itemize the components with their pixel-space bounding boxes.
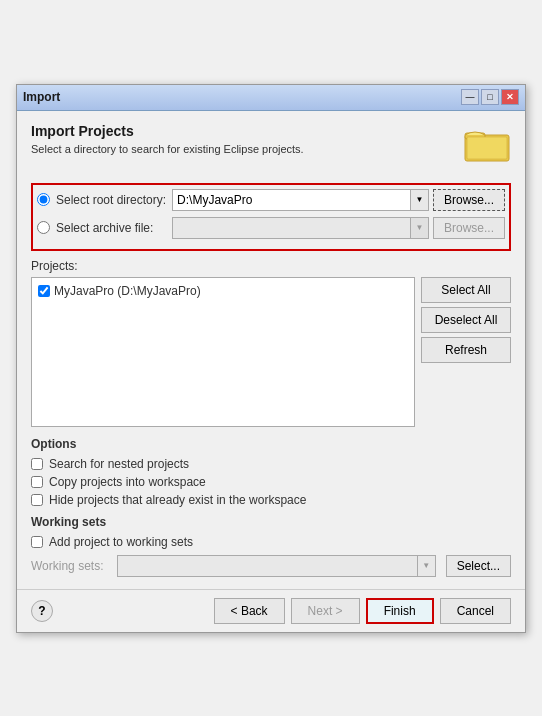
main-content: Import Projects Select a directory to se… (17, 111, 525, 589)
maximize-button[interactable]: □ (481, 89, 499, 105)
working-sets-input (117, 555, 418, 577)
select-all-button[interactable]: Select All (421, 277, 511, 303)
archive-file-input-area: ▼ Browse... (172, 217, 505, 239)
archive-file-label: Select archive file: (56, 221, 166, 235)
root-directory-label: Select root directory: (56, 193, 166, 207)
hide-projects-checkbox[interactable] (31, 494, 43, 506)
close-button[interactable]: ✕ (501, 89, 519, 105)
page-title: Import Projects (31, 123, 463, 139)
nested-projects-label: Search for nested projects (49, 457, 189, 471)
table-row: MyJavaPro (D:\MyJavaPro) (36, 282, 410, 300)
window-controls: — □ ✕ (461, 89, 519, 105)
back-button[interactable]: < Back (214, 598, 285, 624)
footer-right: < Back Next > Finish Cancel (214, 598, 511, 624)
help-button[interactable]: ? (31, 600, 53, 622)
deselect-all-button[interactable]: Deselect All (421, 307, 511, 333)
copy-projects-label: Copy projects into workspace (49, 475, 206, 489)
working-sets-title: Working sets (31, 515, 511, 529)
root-directory-browse-button[interactable]: Browse... (433, 189, 505, 211)
archive-file-row: Select archive file: ▼ Browse... (37, 217, 505, 239)
projects-list[interactable]: MyJavaPro (D:\MyJavaPro) (31, 277, 415, 427)
options-checkboxes: Search for nested projects Copy projects… (31, 457, 511, 507)
import-window: Import — □ ✕ Import Projects Select a di… (16, 84, 526, 633)
root-directory-input[interactable] (172, 189, 411, 211)
hide-projects-label: Hide projects that already exist in the … (49, 493, 306, 507)
options-title: Options (31, 437, 511, 451)
working-sets-input-area: ▼ (117, 555, 436, 577)
nested-projects-row: Search for nested projects (31, 457, 511, 471)
project-name: MyJavaPro (D:\MyJavaPro) (54, 284, 201, 298)
nested-projects-checkbox[interactable] (31, 458, 43, 470)
root-directory-radio[interactable] (37, 193, 50, 206)
cancel-button[interactable]: Cancel (440, 598, 511, 624)
working-sets-input-row: Working sets: ▼ Select... (31, 555, 511, 577)
archive-file-radio[interactable] (37, 221, 50, 234)
projects-label: Projects: (31, 259, 511, 273)
root-directory-dropdown[interactable]: ▼ (411, 189, 429, 211)
projects-buttons: Select All Deselect All Refresh (421, 277, 511, 427)
working-sets-select-button[interactable]: Select... (446, 555, 511, 577)
archive-file-input[interactable] (172, 217, 411, 239)
title-bar: Import — □ ✕ (17, 85, 525, 111)
add-working-sets-checkbox[interactable] (31, 536, 43, 548)
working-sets-label: Working sets: (31, 559, 111, 573)
highlight-browse-area: Select root directory: ▼ Browse... Selec… (31, 183, 511, 251)
page-description: Select a directory to search for existin… (31, 143, 463, 155)
header-area: Import Projects Select a directory to se… (31, 123, 511, 169)
footer-left: ? (31, 600, 53, 622)
project-checkbox[interactable] (38, 285, 50, 297)
finish-button[interactable]: Finish (366, 598, 434, 624)
working-sets-dropdown: ▼ (418, 555, 436, 577)
copy-projects-row: Copy projects into workspace (31, 475, 511, 489)
minimize-button[interactable]: — (461, 89, 479, 105)
window-title: Import (23, 90, 461, 104)
hide-projects-row: Hide projects that already exist in the … (31, 493, 511, 507)
root-directory-input-area: ▼ Browse... (172, 189, 505, 211)
next-button[interactable]: Next > (291, 598, 360, 624)
add-working-sets-label: Add project to working sets (49, 535, 193, 549)
projects-section: MyJavaPro (D:\MyJavaPro) Select All Dese… (31, 277, 511, 427)
header-text: Import Projects Select a directory to se… (31, 123, 463, 169)
svg-rect-2 (467, 137, 507, 159)
archive-file-browse-button: Browse... (433, 217, 505, 239)
copy-projects-checkbox[interactable] (31, 476, 43, 488)
folder-icon (463, 123, 511, 166)
archive-file-dropdown: ▼ (411, 217, 429, 239)
root-directory-row: Select root directory: ▼ Browse... (37, 189, 505, 211)
add-to-working-sets-row: Add project to working sets (31, 535, 511, 549)
refresh-button[interactable]: Refresh (421, 337, 511, 363)
footer: ? < Back Next > Finish Cancel (17, 589, 525, 632)
